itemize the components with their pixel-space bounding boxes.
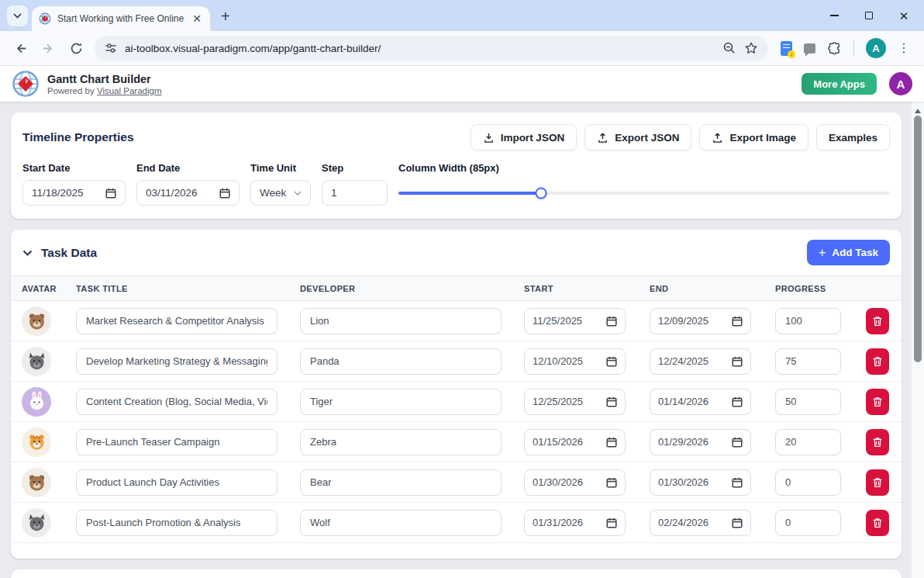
task-title-input[interactable]: Content Creation (Blog, Social Media, Vi… [76, 389, 278, 415]
powered-by: Powered by Visual Paradigm [47, 86, 161, 95]
developer-input[interactable]: Zebra [300, 429, 502, 455]
scroll-up-icon[interactable] [915, 106, 921, 113]
url-bar[interactable]: ai-toolbox.visual-paradigm.com/app/gantt… [95, 36, 768, 61]
timeline-form: Start Date 11/18/2025 End Date 03/11/202… [11, 159, 902, 219]
end-date-input[interactable]: 03/11/2026 [136, 180, 240, 206]
trash-icon [872, 316, 883, 327]
column-width-fill [398, 192, 541, 195]
developer-avatar [22, 306, 51, 336]
collapse-chevron-icon[interactable] [22, 250, 33, 256]
delete-task-button[interactable] [866, 510, 889, 536]
step-input[interactable]: 1 [322, 180, 388, 206]
task-title-input[interactable]: Pre-Launch Teaser Campaign [76, 429, 278, 455]
start-date-input[interactable]: 01/15/2026 [524, 429, 626, 455]
bookmark-star-icon[interactable] [744, 41, 758, 55]
browser-tab[interactable]: Start Working with Free Online ✕ [32, 6, 210, 31]
start-date-field: Start Date 11/18/2025 [22, 162, 126, 206]
column-header-developer: DEVELOPER [300, 284, 524, 293]
end-date-input[interactable]: 01/14/2026 [650, 389, 751, 415]
progress-input[interactable]: 0 [775, 510, 841, 536]
delete-task-button[interactable] [866, 308, 889, 334]
calendar-icon [732, 477, 743, 488]
column-width-slider[interactable] [398, 180, 890, 206]
calendar-icon [732, 517, 743, 528]
window-close-button[interactable]: ✕ [899, 11, 908, 20]
developer-input[interactable]: Wolf [300, 510, 502, 536]
export-json-button[interactable]: Export JSON [584, 124, 691, 151]
delete-task-button[interactable] [866, 348, 889, 375]
upload-icon [597, 132, 609, 144]
progress-input[interactable]: 100 [775, 308, 841, 334]
download-icon [483, 132, 495, 144]
tab-close-icon[interactable]: ✕ [191, 12, 203, 25]
add-task-button[interactable]: + Add Task [807, 240, 890, 265]
scrollbar-thumb[interactable] [914, 116, 922, 362]
user-avatar[interactable]: A [889, 72, 912, 95]
progress-input[interactable]: 0 [775, 469, 841, 496]
task-title-input[interactable]: Market Research & Competitor Analysis [76, 308, 278, 334]
docs-offline-extension-icon[interactable]: ↓ [781, 41, 792, 56]
task-title-input[interactable]: Product Launch Day Activities [76, 469, 278, 496]
chat-extension-icon[interactable] [804, 43, 815, 54]
export-image-button[interactable]: Export Image [699, 124, 808, 151]
start-date-input[interactable]: 11/25/2025 [524, 308, 626, 334]
column-header-progress: PROGRESS [775, 284, 866, 293]
calendar-icon [606, 437, 617, 448]
delete-task-button[interactable] [866, 469, 889, 496]
start-date-input[interactable]: 12/25/2025 [524, 389, 626, 415]
window-maximize-button[interactable] [864, 11, 874, 20]
more-apps-button[interactable]: More Apps [802, 73, 877, 95]
app-title: Gantt Chart Builder [47, 72, 161, 86]
progress-input[interactable]: 20 [775, 429, 841, 455]
end-date-input[interactable]: 01/30/2026 [650, 469, 751, 496]
upload-icon [712, 132, 723, 144]
window-minimize-button[interactable] [829, 11, 839, 20]
task-title-input[interactable]: Post-Launch Promotion & Analysis [76, 510, 278, 536]
calendar-icon [606, 316, 617, 327]
delete-task-button[interactable] [866, 429, 889, 455]
developer-input[interactable]: Panda [300, 348, 502, 375]
column-header-end: END [650, 284, 775, 293]
end-date-input[interactable]: 12/24/2025 [650, 348, 751, 375]
start-date-input[interactable]: 12/10/2025 [524, 348, 626, 375]
back-button[interactable] [8, 36, 33, 61]
zoom-out-icon[interactable] [722, 41, 736, 55]
start-date-input[interactable]: 01/30/2026 [524, 469, 626, 496]
reload-button[interactable] [64, 36, 88, 61]
time-unit-select[interactable]: Week [250, 180, 311, 206]
examples-button[interactable]: Examples [816, 124, 890, 151]
progress-input[interactable]: 75 [775, 348, 841, 375]
slider-track[interactable] [398, 192, 890, 195]
page-scrollbar[interactable] [912, 102, 924, 578]
visual-paradigm-link[interactable]: Visual Paradigm [97, 86, 162, 95]
browser-menu-icon[interactable]: ⋮ [898, 42, 910, 54]
extensions-puzzle-icon[interactable] [827, 41, 842, 56]
task-title-input[interactable]: Develop Marketing Strategy & Messaging [76, 348, 278, 375]
chevron-down-icon [13, 13, 22, 19]
end-date-input[interactable]: 02/24/2026 [650, 510, 751, 536]
end-date-input[interactable]: 01/29/2026 [650, 429, 751, 455]
developer-input[interactable]: Lion [300, 308, 502, 334]
column-width-thumb[interactable] [535, 187, 546, 199]
developer-input[interactable]: Tiger [300, 389, 502, 415]
forward-button[interactable] [36, 36, 60, 61]
developer-input[interactable]: Bear [300, 469, 502, 496]
browser-tabstrip: Start Working with Free Online ✕ + ✕ [0, 0, 924, 31]
import-json-button[interactable]: Import JSON [471, 124, 578, 151]
trash-icon [872, 477, 883, 488]
task-row: Develop Marketing Strategy & Messaging P… [11, 341, 902, 382]
end-date-input[interactable]: 12/09/2025 [650, 308, 751, 334]
reload-icon [70, 42, 83, 55]
tab-search-button[interactable] [7, 5, 28, 26]
column-width-field: Column Width (85px) [398, 162, 890, 206]
start-date-input[interactable]: 01/31/2026 [524, 510, 626, 536]
time-unit-field: Time Unit Week [250, 162, 311, 206]
browser-profile-avatar[interactable]: A [866, 38, 886, 58]
window-controls: ✕ [829, 11, 924, 31]
new-tab-button[interactable]: + [221, 9, 230, 24]
delete-task-button[interactable] [866, 389, 889, 415]
calendar-icon [606, 356, 617, 367]
plus-icon: + [819, 247, 826, 259]
start-date-input[interactable]: 11/18/2025 [22, 180, 126, 206]
progress-input[interactable]: 50 [775, 389, 841, 415]
